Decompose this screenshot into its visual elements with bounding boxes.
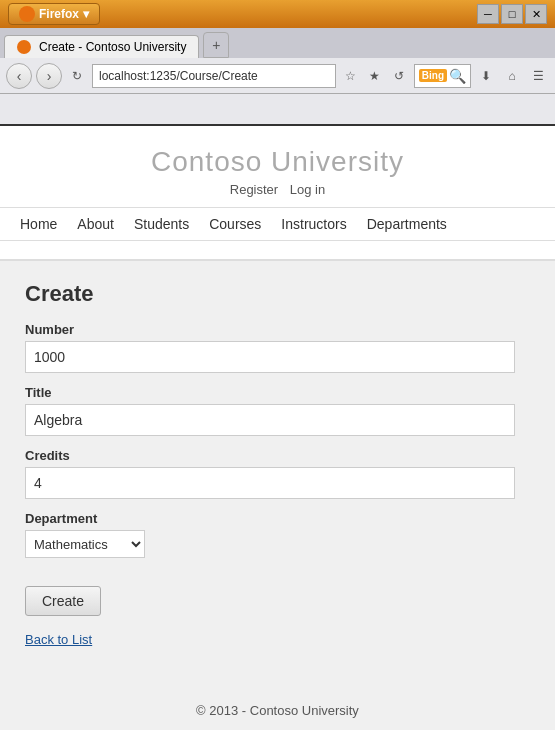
window-controls: ─ □ ✕ [477, 4, 547, 24]
nav-about[interactable]: About [77, 216, 114, 232]
title-group: Title [25, 385, 530, 436]
refresh-button[interactable]: ↻ [66, 65, 88, 87]
nav-home[interactable]: Home [20, 216, 57, 232]
nav-courses[interactable]: Courses [209, 216, 261, 232]
number-input[interactable] [25, 341, 515, 373]
footer-text: © 2013 - Contoso University [196, 703, 359, 718]
number-label: Number [25, 322, 530, 337]
university-header: Contoso University Register Log in [0, 126, 555, 207]
bing-badge: Bing [419, 69, 447, 82]
tab-favicon [17, 40, 31, 54]
search-bar[interactable]: Bing 🔍 [414, 64, 471, 88]
home-icon[interactable]: ⌂ [501, 65, 523, 87]
toolbar [0, 94, 555, 126]
maximize-button[interactable]: □ [501, 4, 523, 24]
address-icons: ☆ ★ ↺ [340, 65, 410, 87]
active-tab[interactable]: Create - Contoso University [4, 35, 199, 58]
tab-bar: Create - Contoso University + [0, 28, 555, 58]
firefox-menu-button[interactable]: Firefox ▾ [8, 3, 100, 25]
firefox-label: Firefox [39, 7, 79, 21]
credits-group: Credits [25, 448, 530, 499]
bookmark-icon[interactable]: ★ [364, 65, 386, 87]
download-icon[interactable]: ⬇ [475, 65, 497, 87]
credits-label: Credits [25, 448, 530, 463]
address-bar: ‹ › ↻ localhost:1235/Course/Create ☆ ★ ↺… [0, 58, 555, 94]
forward-button[interactable]: › [36, 63, 62, 89]
department-group: Department Mathematics English Economics… [25, 511, 530, 558]
firefox-dropdown-icon: ▾ [83, 7, 89, 21]
address-text: localhost:1235/Course/Create [99, 69, 258, 83]
star-icon[interactable]: ☆ [340, 65, 362, 87]
register-link[interactable]: Register [230, 182, 278, 197]
department-select[interactable]: Mathematics English Economics Engineerin… [25, 530, 145, 558]
refresh-icon[interactable]: ↺ [388, 65, 410, 87]
nav-students[interactable]: Students [134, 216, 189, 232]
back-button[interactable]: ‹ [6, 63, 32, 89]
title-input[interactable] [25, 404, 515, 436]
university-title: Contoso University [0, 146, 555, 178]
back-to-list-link[interactable]: Back to List [25, 632, 530, 647]
nav-bar: Home About Students Courses Instructors … [0, 207, 555, 241]
search-icon: 🔍 [449, 68, 466, 84]
close-button[interactable]: ✕ [525, 4, 547, 24]
new-tab-button[interactable]: + [203, 32, 229, 58]
form-area: Create Number Title Credits Department M… [0, 261, 555, 667]
firefox-titlebar: Firefox ▾ ─ □ ✕ [0, 0, 555, 28]
credits-input[interactable] [25, 467, 515, 499]
nav-instructors[interactable]: Instructors [281, 216, 346, 232]
menu-icon[interactable]: ☰ [527, 65, 549, 87]
firefox-icon [19, 6, 35, 22]
page-footer: © 2013 - Contoso University [0, 691, 555, 730]
login-link[interactable]: Log in [290, 182, 325, 197]
number-group: Number [25, 322, 530, 373]
header-divider [0, 241, 555, 261]
minimize-button[interactable]: ─ [477, 4, 499, 24]
form-title: Create [25, 281, 530, 307]
header-links: Register Log in [0, 182, 555, 197]
create-button[interactable]: Create [25, 586, 101, 616]
tab-title: Create - Contoso University [39, 40, 186, 54]
department-label: Department [25, 511, 530, 526]
page-content: Contoso University Register Log in Home … [0, 126, 555, 702]
title-label: Title [25, 385, 530, 400]
nav-departments[interactable]: Departments [367, 216, 447, 232]
address-input[interactable]: localhost:1235/Course/Create [92, 64, 336, 88]
